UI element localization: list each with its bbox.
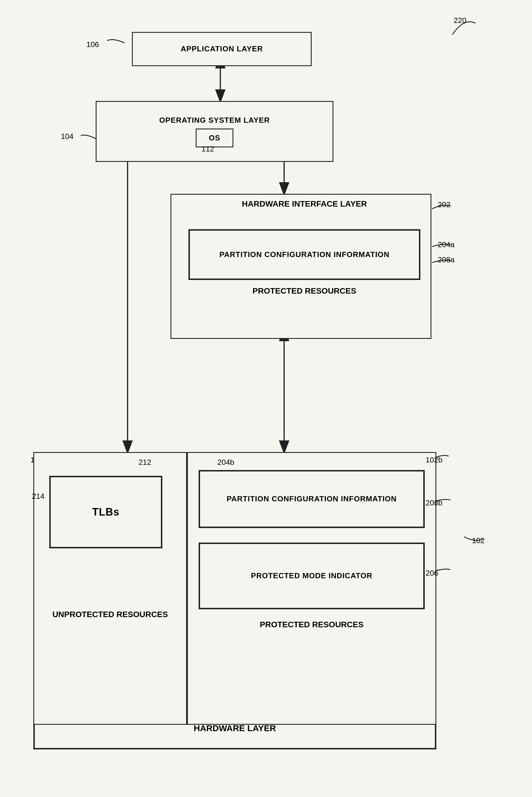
ref-102: 102 bbox=[472, 536, 484, 545]
ref-204a: 204a bbox=[438, 240, 455, 249]
ref-214: 214 bbox=[32, 492, 44, 501]
ref-204b: 204b bbox=[217, 458, 234, 467]
tlbs-label: TLBs bbox=[92, 505, 119, 519]
partition-config-bottom-box: PARTITION CONFIGURATION INFORMATION bbox=[198, 470, 425, 528]
protected-resources-top-area: PROTECTED RESOURCES bbox=[180, 286, 429, 296]
ref-212: 212 bbox=[138, 458, 151, 467]
unprotected-resources-area: UNPROTECTED RESOURCES bbox=[33, 609, 187, 620]
protected-mode-indicator-box: PROTECTED MODE INDICATOR bbox=[198, 542, 425, 609]
os-layer-box: OPERATING SYSTEM LAYER OS bbox=[96, 101, 334, 162]
diagram-container: 220 APPLICATION LAYER 106 OPERATING SYST… bbox=[0, 0, 532, 797]
partition-config-top-label: PARTITION CONFIGURATION INFORMATION bbox=[220, 250, 390, 260]
ref-102b: 102b bbox=[425, 456, 442, 464]
tlbs-box: TLBs bbox=[49, 476, 163, 548]
hardware-interface-label: HARDWARE INTERFACE LAYER bbox=[180, 199, 429, 209]
ref-112: 112 bbox=[202, 145, 214, 153]
partition-config-bottom-label: PARTITION CONFIGURATION INFORMATION bbox=[227, 494, 397, 504]
os-label: OS bbox=[209, 133, 220, 143]
ref-208a: 208a bbox=[438, 255, 455, 264]
ref-206: 206 bbox=[425, 569, 438, 578]
application-layer-box: APPLICATION LAYER bbox=[132, 32, 312, 66]
partition-config-top-box: PARTITION CONFIGURATION INFORMATION bbox=[188, 229, 420, 280]
protected-resources-bottom-area: PROTECTED RESOURCES bbox=[187, 619, 436, 630]
protected-mode-indicator-label: PROTECTED MODE INDICATOR bbox=[251, 571, 373, 581]
ref-208b: 208b bbox=[425, 498, 442, 507]
ref-104: 104 bbox=[61, 132, 73, 141]
os-layer-label: OPERATING SYSTEM LAYER bbox=[159, 115, 270, 125]
application-layer-label: APPLICATION LAYER bbox=[180, 44, 263, 54]
ref-220: 220 bbox=[454, 16, 466, 25]
ref-106: 106 bbox=[87, 40, 99, 49]
ref-202: 202 bbox=[438, 200, 450, 209]
